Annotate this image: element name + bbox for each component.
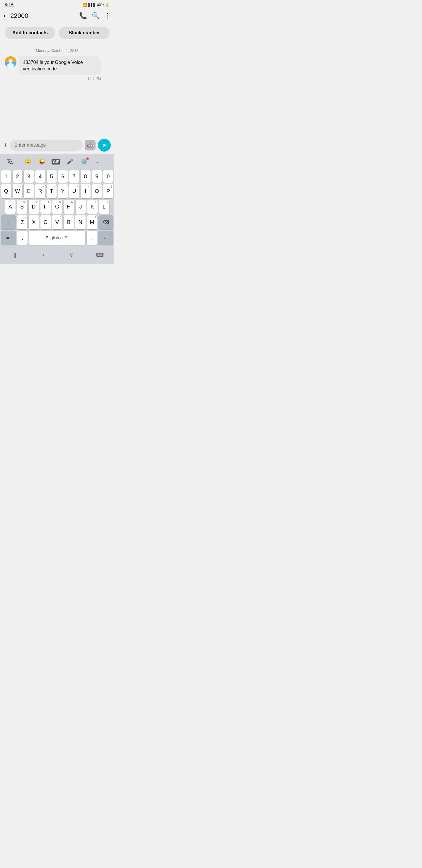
sender-avatar [5,56,17,68]
chevron-down-icon: ⌄ [96,158,100,165]
sticker-button[interactable]: 😜 [35,156,48,167]
add-to-contacts-button[interactable]: Add to contacts [5,27,55,39]
key-z[interactable]: -Z [17,215,28,229]
gif-button[interactable]: GIF [50,156,62,167]
battery-percent: 40% [97,3,104,7]
settings-icon: ⚙️ [81,158,87,165]
key-c[interactable]: 'C [40,215,51,229]
toolbar-divider [19,157,19,166]
key-n[interactable]: ·N [75,215,86,229]
settings-badge [87,157,89,160]
zxcvb-row: ↑ -Z X 'C "V ·B ·N ?M ⌫ [1,215,113,229]
message-text: 183704 is your Google Voice verification… [23,60,83,71]
key-p[interactable]: ]P [103,184,113,198]
key-d[interactable]: #D [29,200,39,214]
key-k[interactable]: (K [87,200,98,214]
keyboard: 1 2 3 4 5 6 7 8 9 0 +Q ×W ÷E =R /T -Y <U… [0,169,114,248]
back-nav-button[interactable]: ∨ [64,250,79,259]
recent-apps-button[interactable]: ||| [7,250,22,259]
key-m[interactable]: ?M [87,215,97,229]
key-l[interactable]: )L [99,200,109,214]
key-0[interactable]: 0 [103,170,113,183]
shift-button[interactable]: ↑ [1,215,16,229]
contact-number: 22000 [10,12,77,20]
key-1[interactable]: 1 [1,170,11,183]
qwerty-row: +Q ×W ÷E =R /T -Y <U >I [O ]P [1,184,113,198]
sticker-icon: 😜 [39,158,45,165]
more-button[interactable]: ⋮ [104,12,111,20]
voice-button[interactable]: 🎤 [64,156,76,167]
key-3[interactable]: 3 [24,170,34,183]
add-attachment-button[interactable]: + [3,141,7,149]
emoji-sticker-button[interactable]: 🤖 [85,140,96,150]
key-y[interactable]: -Y [58,184,68,198]
key-8[interactable]: 8 [80,170,91,183]
send-button[interactable]: ➤ [98,139,111,152]
key-7[interactable]: 7 [69,170,79,183]
key-g[interactable]: %G [52,200,62,214]
collapse-keyboard-button[interactable]: ⌄ [92,156,105,167]
gif-icon: GIF [52,159,60,164]
space-button[interactable]: English (US) [29,231,85,245]
key-h[interactable]: &H [64,200,74,214]
emoji-button[interactable]: 🙂 [22,156,34,167]
key-s[interactable]: @S [17,200,27,214]
search-button[interactable]: 🔍 [92,12,100,20]
key-v[interactable]: "V [52,215,62,229]
key-t[interactable]: /T [46,184,57,198]
key-u[interactable]: <U [69,184,79,198]
translate-icon [7,158,13,165]
status-time: 5:15 [5,2,13,7]
delete-button[interactable]: ⌫ [98,215,113,229]
action-buttons: Add to contacts Block number [0,23,114,42]
send-icon: ➤ [102,142,107,148]
key-9[interactable]: 9 [92,170,102,183]
symbols-label: !#1 [6,236,11,240]
key-r[interactable]: =R [35,184,45,198]
key-w[interactable]: ×W [12,184,23,198]
key-e[interactable]: ÷E [24,184,34,198]
key-f[interactable]: $F [40,200,51,214]
key-4[interactable]: 4 [35,170,45,183]
key-o[interactable]: [O [92,184,102,198]
back-nav-icon: ∨ [69,252,73,258]
message-time: 1:45 PM [19,76,101,81]
key-period[interactable]: . [87,231,97,245]
nav-bar: ||| ○ ∨ ⌨ [0,248,114,264]
keyboard-icon: ⌨ [96,252,104,258]
recent-apps-icon: ||| [12,252,17,258]
toolbar: ‹ 22000 📞 🔍 ⋮ [0,8,114,23]
message-input[interactable] [10,140,83,151]
battery-icon: 🔋 [105,3,109,7]
enter-button[interactable]: ↵ [98,231,113,245]
avatar-svg [5,56,17,68]
messages-area: Monday, October 1, 2018 183704 is your G… [0,42,114,101]
keyboard-toolbar: 🙂 😜 GIF 🎤 ⚙️ ⌄ [0,154,114,169]
bottom-row: !#1 , English (US) . ↵ [1,231,113,245]
emoji-icon: 🙂 [25,158,31,165]
keyboard-toggle-button[interactable]: ⌨ [93,250,107,259]
back-button[interactable]: ‹ [3,11,8,21]
key-5[interactable]: 5 [46,170,57,183]
key-a[interactable]: !A [5,200,15,214]
input-bar: + 🤖 ➤ [0,136,114,154]
key-b[interactable]: ·B [64,215,74,229]
key-comma[interactable]: , [17,231,28,245]
key-2[interactable]: 2 [12,170,23,183]
key-j[interactable]: *J [75,200,86,214]
call-button[interactable]: 📞 [79,12,87,20]
settings-button[interactable]: ⚙️ [78,156,91,167]
space-label: English (US) [46,236,69,240]
key-x[interactable]: X [29,215,39,229]
signal-icon: ▌▌▌ [88,3,96,7]
enter-icon: ↵ [104,235,108,241]
key-q[interactable]: +Q [1,184,11,198]
block-number-button[interactable]: Block number [59,27,109,39]
symbols-button[interactable]: !#1 [1,231,16,245]
key-i[interactable]: >I [80,184,91,198]
key-6[interactable]: 6 [58,170,68,183]
home-icon: ○ [41,252,44,258]
translate-button[interactable] [3,156,17,167]
toolbar-actions: 📞 🔍 ⋮ [79,12,111,20]
home-button[interactable]: ○ [35,250,50,259]
